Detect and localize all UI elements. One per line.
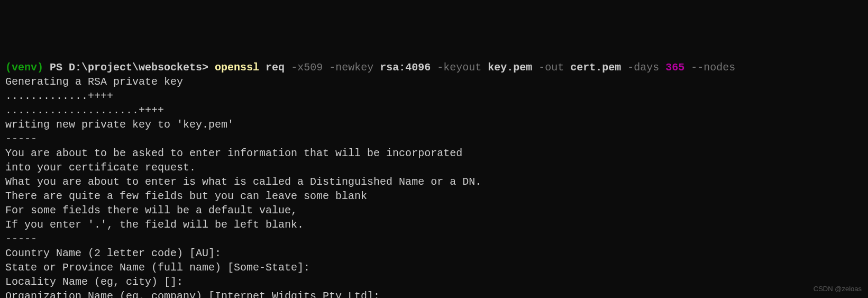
prompt-line: (venv) PS D:\project\websockets> openssl…	[5, 61, 735, 74]
output-line: -----	[5, 133, 37, 145]
output-line: What you are about to enter is what is c…	[5, 176, 481, 188]
prompt-country: Country Name (2 letter code) [AU]:	[5, 247, 221, 259]
space	[259, 61, 266, 74]
terminal-area[interactable]: (venv) PS D:\project\websockets> openssl…	[5, 60, 863, 298]
val-certpem: cert.pem	[570, 61, 627, 74]
flag-days: -days	[627, 61, 665, 74]
watermark: CSDN @zeloas	[814, 284, 862, 294]
output-line: -----	[5, 233, 37, 245]
flag-x509: -x509	[291, 61, 329, 74]
output-line: into your certificate request.	[5, 161, 196, 174]
val-rsa: rsa:4096	[380, 61, 437, 74]
prompt-locality: Locality Name (eg, city) []:	[5, 276, 183, 288]
subcommand-req: req	[266, 61, 291, 74]
output-line: .....................++++	[5, 104, 164, 116]
venv-indicator: (venv)	[5, 61, 43, 74]
output-line: Generating a RSA private key	[5, 76, 183, 88]
flag-keyout: -keyout	[437, 61, 488, 74]
flag-newkey: -newkey	[329, 61, 380, 74]
output-line: There are quite a few fields but you can…	[5, 190, 367, 202]
command-name: openssl	[215, 61, 259, 74]
output-line: If you enter '.', the field will be left…	[5, 219, 304, 231]
flag-out: -out	[538, 61, 570, 74]
output-line: .............++++	[5, 90, 113, 102]
prompt-org: Organization Name (eg, company) [Interne…	[5, 290, 380, 298]
output-line: writing new private key to 'key.pem'	[5, 119, 234, 131]
prompt-state: State or Province Name (full name) [Some…	[5, 261, 310, 274]
flag-nodes: --nodes	[691, 61, 735, 74]
output-line: For some fields there will be a default …	[5, 204, 297, 216]
val-keypem: key.pem	[488, 61, 538, 74]
ps-path: PS D:\project\websockets>	[43, 61, 215, 74]
output-line: You are about to be asked to enter infor…	[5, 147, 462, 159]
val-days: 365	[665, 61, 691, 74]
